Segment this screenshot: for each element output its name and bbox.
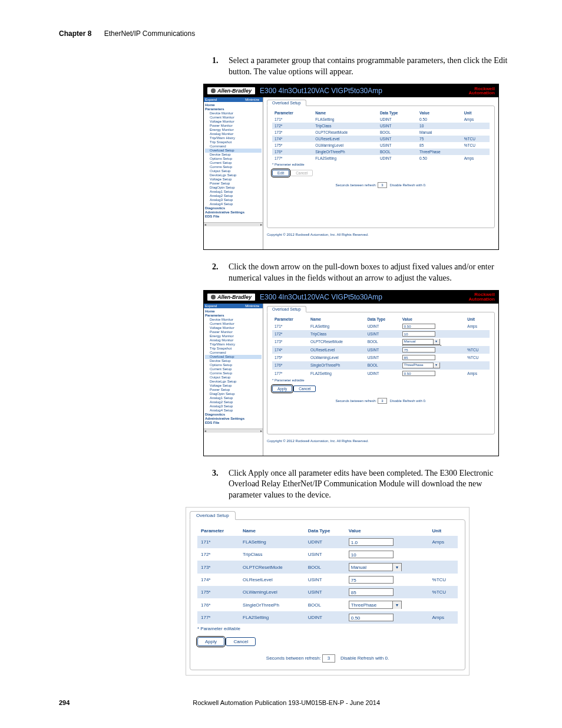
cell-unit [429,548,458,561]
sidebar-item[interactable]: Analog Monitor [205,338,262,342]
copyright: Copyright © 2012 Rockwell Automation, In… [267,233,495,236]
chevron-down-icon[interactable]: ▾ [392,601,401,609]
sidebar-item[interactable]: Power Monitor [205,124,262,128]
tab-overload-setup[interactable]: Overload Setup [267,100,306,106]
sidebar-item[interactable]: Overload Setup [205,355,262,359]
sidebar-item[interactable]: Voltage Monitor [205,326,262,330]
value-input[interactable]: 85 [349,588,394,596]
sidebar-item[interactable]: Trip/Warn Histry [205,136,262,140]
sidebar-item[interactable]: Analog4 Setup [205,409,262,413]
sidebar-item[interactable]: Command [205,351,262,355]
sidebar-item[interactable]: Analog2 Setup [205,400,262,404]
refresh-input[interactable]: 3 [378,182,387,188]
cancel-button[interactable]: Cancel [293,386,316,392]
sidebar-item[interactable]: Parameters [205,314,262,318]
sidebar-item[interactable]: Energy Monitor [205,334,262,338]
sidebar-item[interactable]: Device Monitor [205,318,262,322]
sidebar-item[interactable]: DeviceLgx Setup [205,173,262,177]
sidebar-item[interactable]: Analog3 Setup [205,404,262,409]
sidebar-item[interactable]: Analog Monitor [205,132,262,136]
value-select[interactable]: ThreePhase▾ [349,601,402,609]
sidebar-item[interactable]: Power Setup [205,182,262,186]
sidebar-item[interactable]: Power Monitor [205,330,262,334]
sidebar-item[interactable]: Analog1 Setup [205,190,262,194]
tab-overload-setup[interactable]: Overload Setup [267,306,306,312]
chevron-down-icon[interactable]: ▾ [433,339,439,344]
sidebar-item[interactable]: Current Monitor [205,322,262,326]
refresh-input[interactable]: 3 [322,654,335,663]
apply-button[interactable]: Apply [197,637,224,646]
cell-unit: Amps [465,322,490,330]
value-input[interactable]: 0.50 [402,324,435,329]
apply-button[interactable]: Apply [272,386,292,392]
sidebar-item[interactable]: Analog2 Setup [205,194,262,198]
cancel-button[interactable]: Cancel [226,637,256,646]
sidebar-item[interactable]: DiagOptn Setup [205,392,262,396]
sidebar-item[interactable]: Voltage Monitor [205,120,262,124]
sidebar-item[interactable]: Home [205,103,262,107]
sidebar-item[interactable]: Diagnostics [205,413,262,417]
sidebar-item[interactable]: Voltage Setup [205,177,262,182]
sidebar-item[interactable]: Trip Snapshot [205,347,262,351]
value-input[interactable]: 10 [349,551,394,558]
sidebar-item[interactable]: Device Setup [205,359,262,363]
sidebar-item[interactable]: Overload Setup [205,149,262,153]
sidebar-item[interactable]: Parameters [205,107,262,111]
value-input[interactable]: 75 [349,576,394,584]
edit-button[interactable]: Edit [272,170,289,176]
sidebar-item[interactable]: Power Setup [205,388,262,392]
cell-dtype: BOOL [365,361,400,370]
sidebar-item[interactable]: Analog4 Setup [205,202,262,206]
cell-unit [429,561,458,574]
sidebar-item[interactable]: DeviceLgx Setup [205,380,262,384]
chevron-down-icon[interactable]: ▾ [433,363,439,368]
sidebar-scrollbar[interactable] [204,222,263,226]
chevron-down-icon[interactable]: ▾ [392,564,401,571]
sidebar-minimize[interactable]: Minimize [243,98,262,101]
sidebar-item[interactable]: Administrative Settings [205,210,262,215]
sidebar-item[interactable]: Trip Snapshot [205,140,262,144]
value-input[interactable]: 85 [402,355,435,360]
sidebar-minimize[interactable]: Minimize [243,304,262,308]
sidebar-item[interactable]: Options Setup [205,363,262,367]
sidebar-item[interactable]: Options Setup [205,157,262,161]
sidebar-item[interactable]: Comms Setup [205,371,262,375]
value-input[interactable]: 0.50 [349,614,394,621]
value-input[interactable]: 75 [402,347,435,353]
value-select[interactable]: Manual▾ [402,339,440,345]
sidebar-item[interactable]: Current Monitor [205,116,262,120]
sidebar-item[interactable]: Comms Setup [205,165,262,169]
sidebar-expand[interactable]: Expand [205,98,243,101]
sidebar-item[interactable]: Energy Monitor [205,128,262,132]
sidebar-item[interactable]: Analog1 Setup [205,396,262,400]
sidebar-item[interactable]: Home [205,309,262,314]
sidebar-item[interactable]: Voltage Setup [205,384,262,388]
tab-overload-setup[interactable]: Overload Setup [190,511,236,520]
sidebar-item[interactable]: EDS File [205,421,262,425]
value-input[interactable]: 10 [402,331,435,337]
sidebar-item[interactable]: Output Setup [205,169,262,173]
sidebar-item[interactable]: Administrative Settings [205,417,262,421]
value-input[interactable]: 1.0 [349,538,394,546]
sidebar-item[interactable]: Current Setup [205,161,262,165]
sidebar-item[interactable]: Current Setup [205,367,262,371]
sidebar-item[interactable]: Output Setup [205,375,262,380]
sidebar-item[interactable]: DiagOptn Setup [205,186,262,190]
value-select[interactable]: Manual▾ [349,563,402,571]
sidebar-item[interactable]: Device Monitor [205,111,262,116]
sidebar-item[interactable]: Trip/Warn Histry [205,342,262,347]
cell-value: 10 [417,123,462,129]
value-input[interactable]: 0.50 [402,371,435,376]
cell-dtype: USINT [365,346,400,354]
device-title: E300 4In3Out120VAC VIGPt5to30Amp [260,87,464,95]
cell-value: 85 [417,142,462,149]
refresh-input[interactable]: 3 [378,398,387,404]
sidebar-item[interactable]: Diagnostics [205,206,262,210]
sidebar-expand[interactable]: Expand [205,304,243,308]
value-select[interactable]: ThreePhase▾ [402,363,440,368]
sidebar-scrollbar[interactable] [204,429,263,433]
sidebar-item[interactable]: Analog3 Setup [205,198,262,202]
sidebar-item[interactable]: EDS File [205,215,262,219]
sidebar-item[interactable]: Device Setup [205,153,262,157]
sidebar-item[interactable]: Command [205,144,262,149]
